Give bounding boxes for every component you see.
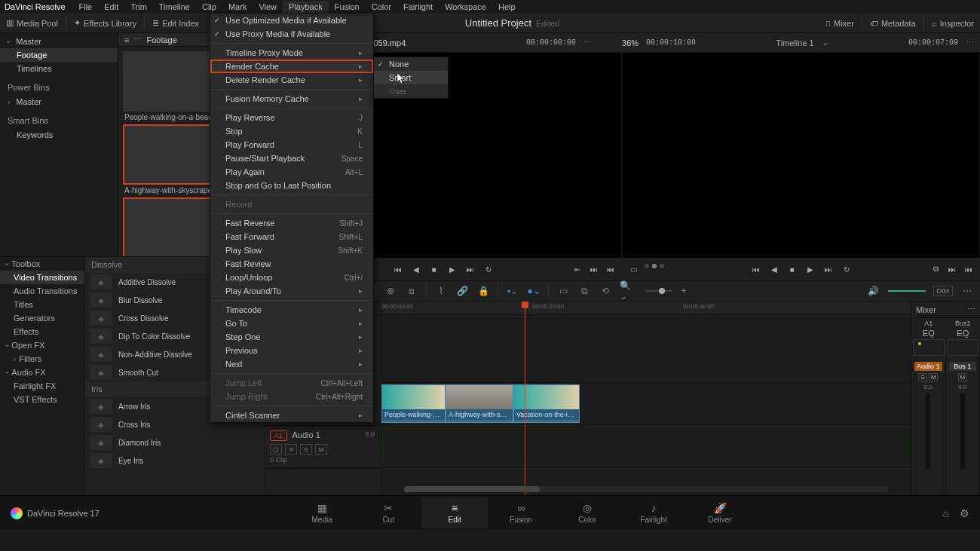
keywords-bin[interactable]: Keywords: [0, 128, 118, 142]
menu-item[interactable]: Pause/Start PlaybackSpace: [210, 152, 373, 165]
pan-bus[interactable]: [948, 339, 979, 356]
menu-clip[interactable]: Clip: [196, 1, 222, 13]
crop-icon[interactable]: ▭: [628, 264, 639, 274]
menu-trim[interactable]: Trim: [124, 1, 153, 13]
page-deliver[interactable]: 🚀Deliver: [687, 497, 753, 528]
tl-match-icon[interactable]: ⧉: [930, 264, 941, 274]
ripple-icon[interactable]: ⧈: [405, 284, 418, 298]
timeline-name[interactable]: Timeline 1: [776, 38, 813, 47]
stop-button[interactable]: ■: [429, 264, 439, 274]
timeline-clip[interactable]: People-walking-on-...: [381, 384, 446, 423]
solo-button[interactable]: S: [918, 373, 927, 381]
track-toggle[interactable]: ▢: [270, 444, 282, 455]
menu-item[interactable]: Play Around/To▸: [210, 284, 373, 298]
home-button[interactable]: ⌂: [943, 507, 949, 519]
menu-item[interactable]: Previous▸: [210, 344, 373, 357]
fx-item[interactable]: ◈Diamond Iris: [85, 433, 264, 452]
timeline-tracks[interactable]: 00:00:00:0000:00:20:0000:00:40:00 People…: [381, 302, 911, 495]
play-button[interactable]: ▶: [447, 264, 458, 274]
first-frame-button[interactable]: ⏮: [393, 264, 403, 274]
fx-vst[interactable]: VST Effects: [0, 393, 84, 406]
av-sync-icon[interactable]: ⟲: [599, 284, 612, 298]
menu-workspace[interactable]: Workspace: [439, 1, 492, 13]
menu-item[interactable]: Next▸: [210, 357, 373, 371]
zoom-slider[interactable]: [645, 290, 672, 292]
video-track[interactable]: People-walking-on-...A-highway-with-skys…: [381, 383, 911, 425]
prev-frame-button[interactable]: ◀: [411, 264, 421, 274]
fx-generators[interactable]: Generators: [0, 311, 84, 325]
dim-button[interactable]: DIM: [933, 286, 954, 296]
timeline-ruler[interactable]: 00:00:00:0000:00:20:0000:00:40:00: [381, 302, 911, 315]
mixer-toggle[interactable]: ⎍Mixer: [819, 14, 860, 33]
snap-icon[interactable]: ⧉: [577, 284, 591, 298]
fx-toolbox[interactable]: Toolbox: [0, 257, 84, 271]
fx-openfx[interactable]: Open FX: [0, 338, 84, 352]
mute-button[interactable]: M: [929, 373, 938, 381]
page-fairlight[interactable]: ♪Fairlight: [620, 497, 687, 528]
tl-next-button[interactable]: ⏭: [823, 264, 834, 274]
loop-button[interactable]: ↻: [483, 264, 494, 274]
track-toggle[interactable]: S: [300, 444, 312, 455]
h-scrollbar[interactable]: [404, 486, 888, 492]
fader-bus[interactable]: [960, 393, 965, 469]
powerbin-master[interactable]: Master: [0, 95, 118, 109]
timelines-bin[interactable]: Timelines: [0, 62, 118, 75]
fx-item[interactable]: ◈Eye Iris: [85, 452, 264, 470]
menu-item[interactable]: Play AgainAlt+L: [210, 165, 373, 179]
pan-a1[interactable]: [913, 339, 945, 356]
fx-effects[interactable]: Effects: [0, 325, 84, 338]
zoom-in-icon[interactable]: +: [677, 284, 691, 298]
tl-prev2-icon[interactable]: ⏮: [963, 264, 974, 274]
page-color[interactable]: ◎Color: [554, 497, 620, 528]
menu-help[interactable]: Help: [492, 1, 522, 13]
timeline-clip[interactable]: Vacation-on-the-islan...: [513, 384, 580, 423]
timeline-opts-icon[interactable]: ⋯: [960, 284, 974, 298]
menu-item[interactable]: ✓Use Proxy Media if Available: [210, 27, 373, 41]
metadata-toggle[interactable]: 🏷Metadata: [864, 14, 922, 33]
tl-prev-button[interactable]: ◀: [769, 264, 779, 274]
timeline-screen[interactable]: [623, 53, 979, 258]
menu-item[interactable]: ✓Use Optimized Media if Available: [210, 14, 373, 27]
menu-fairlight[interactable]: Fairlight: [397, 1, 439, 13]
fx-audiofx[interactable]: Audio FX: [0, 366, 84, 379]
speaker-icon[interactable]: 🔊: [867, 284, 880, 298]
zoom-search-icon[interactable]: 🔍⌄: [620, 284, 633, 298]
menu-mark[interactable]: Mark: [222, 1, 253, 13]
menu-color[interactable]: Color: [366, 1, 397, 13]
submenu-item[interactable]: Smart: [374, 71, 448, 84]
audio-track-header[interactable]: A1 Audio 1 2.0 ▢⧈SM 0 Clip: [264, 426, 381, 469]
menu-item[interactable]: Delete Render Cache▸: [210, 73, 373, 87]
tl-first-button[interactable]: ⏮: [751, 264, 761, 274]
edit-index-toggle[interactable]: ≣Edit Index: [146, 14, 205, 33]
mixer-options-icon[interactable]: ⋯: [967, 305, 975, 314]
audio-track[interactable]: [381, 425, 911, 467]
pool-options-icon[interactable]: ⋯: [133, 35, 142, 44]
playhead[interactable]: [525, 302, 525, 495]
track-toggle[interactable]: ⧈: [285, 444, 297, 455]
fx-audio-transitions[interactable]: Audio Transitions: [0, 284, 84, 298]
menu-item[interactable]: Go To▸: [210, 317, 373, 330]
menu-timeline[interactable]: Timeline: [153, 1, 196, 13]
view-list-icon[interactable]: ≡: [124, 35, 129, 44]
menu-item[interactable]: Play ReverseJ: [210, 111, 373, 124]
submenu-item[interactable]: ✓None: [374, 57, 448, 71]
view-opts-icon[interactable]: ▭: [556, 284, 570, 298]
menu-item[interactable]: StopK: [210, 124, 373, 138]
fx-fairlight[interactable]: Fairlight FX: [0, 379, 84, 393]
menu-file[interactable]: File: [73, 1, 99, 13]
insert-icon[interactable]: ⇤: [572, 264, 583, 274]
tl-stop-button[interactable]: ■: [787, 264, 798, 274]
fx-titles[interactable]: Titles: [0, 298, 84, 311]
menu-item[interactable]: Cintel Scanner▸: [210, 409, 373, 422]
menu-item[interactable]: Stop and Go to Last Position: [210, 179, 373, 192]
fx-video-transitions[interactable]: Video Transitions: [0, 271, 84, 284]
tl-loop-button[interactable]: ↻: [841, 264, 852, 274]
effects-library-toggle[interactable]: ✦Effects Library: [68, 14, 142, 33]
tl-play-button[interactable]: ▶: [805, 264, 816, 274]
menu-item[interactable]: Fast Review: [210, 257, 373, 271]
source-options-icon[interactable]: ⋯: [583, 38, 592, 47]
inspector-toggle[interactable]: ⌕Inspector: [926, 14, 980, 33]
menu-item[interactable]: Play ForwardL: [210, 138, 373, 152]
menu-item[interactable]: Play SlowShift+K: [210, 243, 373, 257]
page-edit[interactable]: ≡Edit: [421, 497, 488, 528]
